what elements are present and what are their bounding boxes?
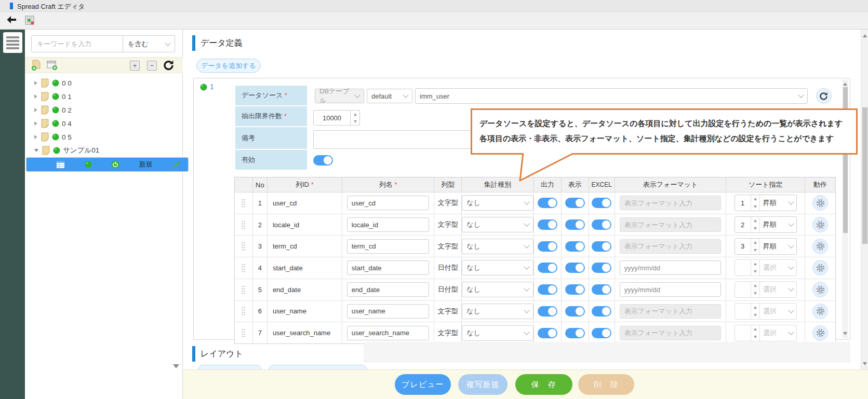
page-scrollbar-thumb[interactable] <box>862 107 867 244</box>
sort-number-input[interactable] <box>735 325 751 341</box>
output-toggle[interactable] <box>538 263 557 273</box>
excel-toggle[interactable] <box>592 284 611 295</box>
sort-number-input[interactable]: 3 <box>735 239 751 254</box>
sort-number-input[interactable]: 1 <box>735 195 751 211</box>
aggregation-select[interactable]: なし <box>462 304 533 319</box>
sort-order-select[interactable]: 選択 <box>760 260 796 276</box>
sort-spinner[interactable] <box>751 195 760 211</box>
tree-refresh-button[interactable] <box>164 60 174 73</box>
column-name-input[interactable] <box>347 196 430 210</box>
tree-scroll-down-arrow[interactable] <box>173 364 179 368</box>
expand-arrow-icon[interactable] <box>34 149 38 152</box>
display-toggle[interactable] <box>565 219 585 230</box>
sort-spinner[interactable] <box>751 260 760 276</box>
excel-toggle[interactable] <box>592 241 611 252</box>
sort-number-input[interactable] <box>735 260 751 276</box>
drag-handle[interactable] <box>235 301 253 322</box>
output-toggle[interactable] <box>538 284 557 295</box>
display-toggle[interactable] <box>565 306 585 317</box>
display-toggle[interactable] <box>565 328 585 338</box>
add-window-button[interactable] <box>47 61 58 73</box>
excel-toggle[interactable] <box>592 328 611 338</box>
tree-filter-select[interactable]: を含む <box>123 35 175 52</box>
display-toggle[interactable] <box>565 198 585 208</box>
output-toggle[interactable] <box>538 328 557 338</box>
save-button[interactable]: 保 存 <box>515 374 572 395</box>
drag-handle[interactable] <box>235 236 253 257</box>
aggregation-select[interactable]: なし <box>462 282 533 297</box>
page-scrollbar[interactable] <box>861 30 868 369</box>
aggregation-select[interactable]: なし <box>462 217 533 232</box>
column-name-input[interactable] <box>347 217 430 232</box>
back-button[interactable] <box>5 15 18 27</box>
row-settings-button[interactable] <box>812 195 828 211</box>
output-toggle[interactable] <box>538 219 557 230</box>
row-settings-button[interactable] <box>812 260 828 276</box>
excel-toggle[interactable] <box>592 219 611 230</box>
sort-order-select[interactable]: 選択 <box>760 282 796 297</box>
tree-item[interactable]: 0 5 <box>25 130 183 144</box>
column-name-input[interactable] <box>347 239 430 254</box>
display-format-input[interactable] <box>620 282 722 297</box>
collapse-arrow-icon[interactable] <box>34 108 37 112</box>
tree-item[interactable]: 0 1 <box>25 90 183 103</box>
display-toggle[interactable] <box>565 241 585 252</box>
output-toggle[interactable] <box>538 198 557 208</box>
row-settings-button[interactable] <box>812 217 828 232</box>
limit-input[interactable] <box>313 110 351 126</box>
panel-scroll-up-arrow[interactable] <box>843 82 847 86</box>
row-settings-button[interactable] <box>812 304 828 319</box>
output-toggle[interactable] <box>538 241 557 252</box>
drag-handle[interactable] <box>235 214 253 236</box>
collapse-arrow-icon[interactable] <box>34 121 37 126</box>
sort-number-input[interactable] <box>735 304 751 319</box>
sort-number-input[interactable]: 2 <box>735 217 751 232</box>
column-name-input[interactable] <box>347 304 430 319</box>
collapse-arrow-icon[interactable] <box>34 81 37 85</box>
drag-handle[interactable] <box>235 192 253 214</box>
expand-all-button[interactable]: + <box>130 61 140 71</box>
add-file-button[interactable] <box>31 60 41 73</box>
page-scroll-down-arrow[interactable] <box>863 362 867 365</box>
column-name-input[interactable] <box>347 260 430 275</box>
preview-button[interactable]: プレビュー <box>395 374 451 395</box>
display-format-input[interactable] <box>620 260 722 275</box>
sort-number-input[interactable] <box>735 282 751 297</box>
collapse-arrow-icon[interactable] <box>34 135 37 139</box>
sort-spinner[interactable] <box>751 217 760 232</box>
datasource-type-select[interactable]: DBテーブル <box>315 89 364 103</box>
datasource-refresh-button[interactable] <box>816 88 832 104</box>
tree-item[interactable]: 0 2 <box>25 103 183 117</box>
tree-search-input[interactable] <box>31 35 123 52</box>
row-settings-button[interactable] <box>812 282 828 297</box>
collapse-arrow-icon[interactable] <box>34 94 37 99</box>
excel-toggle[interactable] <box>592 198 611 208</box>
sort-order-select[interactable]: 昇順 <box>760 195 796 211</box>
drag-handle[interactable] <box>235 279 253 300</box>
display-format-input[interactable] <box>620 326 722 340</box>
display-format-input[interactable] <box>620 304 722 319</box>
panel-scroll-down-arrow[interactable] <box>843 332 847 335</box>
row-settings-button[interactable] <box>812 325 828 341</box>
sort-spinner[interactable] <box>751 325 760 341</box>
sort-spinner[interactable] <box>751 304 760 319</box>
row-settings-button[interactable] <box>812 239 828 254</box>
column-name-input[interactable] <box>347 282 430 297</box>
aggregation-select[interactable]: なし <box>462 260 533 276</box>
tree-item[interactable]: 0 0 <box>25 76 183 90</box>
excel-toggle[interactable] <box>592 263 611 273</box>
aggregation-select[interactable]: なし <box>462 239 533 254</box>
delete-button[interactable]: 削 除 <box>578 374 634 395</box>
aggregation-select[interactable]: なし <box>462 325 533 341</box>
limit-spinner[interactable] <box>351 110 360 126</box>
display-toggle[interactable] <box>565 284 585 295</box>
drag-handle[interactable] <box>235 322 253 343</box>
sort-spinner[interactable] <box>751 239 760 254</box>
display-format-input[interactable] <box>620 217 722 232</box>
page-scroll-up-arrow[interactable] <box>863 34 867 37</box>
sort-order-select[interactable]: 昇順 <box>760 217 796 232</box>
datasource-schema-select[interactable]: default <box>367 89 412 103</box>
sort-order-select[interactable]: 選択 <box>760 325 796 341</box>
copy-new-button[interactable]: 複写新規 <box>458 374 508 395</box>
collapse-all-button[interactable]: − <box>147 61 157 71</box>
